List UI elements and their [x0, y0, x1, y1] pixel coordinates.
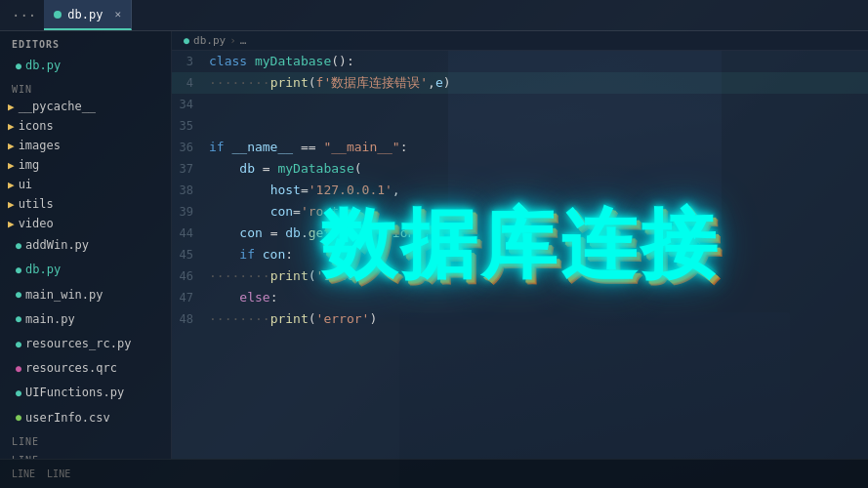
line-content-45: if con: — [209, 244, 868, 265]
folder-icon: ▶ — [8, 218, 15, 230]
sidebar-file-mainwin[interactable]: ● main_win.py — [0, 283, 171, 307]
tab-db-py[interactable]: db.py ✕ — [44, 0, 132, 30]
sidebar-userinfo-label: userInfo.csv — [25, 409, 110, 427]
sidebar: EDITORS ● db.py WIN ▶ __pycache__ ▶ icon… — [0, 31, 172, 459]
folder-images-label: images — [19, 139, 61, 152]
sidebar-file-db[interactable]: ● db.py — [0, 258, 171, 282]
tab-bar: ··· db.py ✕ — [0, 0, 868, 31]
line-num-3: 3 — [172, 51, 209, 72]
sidebar-db-label: db.py — [25, 261, 61, 279]
line-content-36: if __name__ == "__main__": — [209, 137, 868, 158]
sidebar-folder-img[interactable]: ▶ img — [0, 155, 171, 175]
sidebar-folder-ui[interactable]: ▶ ui — [0, 175, 171, 194]
tab-py-icon — [54, 11, 62, 19]
folder-icons-label: icons — [19, 119, 54, 133]
tab-db-py-label: db.py — [67, 8, 103, 21]
folder-icon: ▶ — [8, 179, 15, 191]
code-line-47: 47 else: — [172, 287, 868, 308]
sidebar-file-resources-rc[interactable]: ● resources_rc.py — [0, 332, 171, 356]
code-line-48: 48 ········print('error') — [172, 308, 868, 330]
code-line-3: 3 class myDatabase(): — [172, 51, 868, 72]
tab-close-icon[interactable]: ✕ — [114, 8, 121, 20]
folder-pycache-label: __pycache__ — [19, 100, 96, 113]
line-content-4: ········print(f'数据库连接错误',e) — [209, 72, 868, 94]
py-icon: ● — [16, 337, 21, 352]
sidebar-file-uifunctions[interactable]: ● UIFunctions.py — [0, 381, 171, 405]
line-content-3: class myDatabase(): — [209, 51, 868, 72]
py-icon: ● — [16, 238, 21, 254]
sidebar-mainwin-label: main_win.py — [25, 286, 103, 305]
sidebar-file-resources-qrc[interactable]: ● resources.qrc — [0, 356, 171, 381]
sidebar-resources-rc-label: resources_rc.py — [25, 335, 131, 353]
line-num-39: 39 — [172, 201, 209, 223]
line-content-44: con = db.get_connection() — [209, 223, 868, 244]
bottom-item-1: LINE — [12, 468, 35, 479]
sidebar-main-label: main.py — [25, 310, 75, 329]
editor-area: ● db.py › … 3 class myDatabase(): 4 ····… — [172, 31, 868, 459]
code-line-35: 35 — [172, 115, 868, 137]
breadcrumb-context: … — [240, 34, 247, 47]
bottom-line-1: LINE — [0, 430, 171, 449]
py-icon: ● — [16, 287, 21, 303]
sidebar-file-main[interactable]: ● main.py — [0, 307, 171, 332]
code-line-36: 36 if __name__ == "__main__": — [172, 137, 868, 158]
sidebar-file-db-py-active[interactable]: ● db.py — [0, 54, 171, 78]
py-icon: ● — [16, 263, 21, 278]
breadcrumb-file: db.py — [193, 34, 226, 47]
folder-icon: ▶ — [8, 140, 15, 152]
breadcrumb-py-icon: ● — [184, 35, 189, 46]
sidebar-uifunctions-label: UIFunctions.py — [25, 384, 124, 402]
folder-utils-label: utils — [19, 197, 54, 211]
folder-video-label: video — [19, 217, 54, 230]
tab-more-button[interactable]: ··· — [4, 8, 44, 23]
sidebar-db-py-label: db.py — [25, 57, 61, 75]
line-content-47: else: — [209, 287, 868, 308]
win-section-title: WIN — [0, 78, 171, 97]
sidebar-folder-images[interactable]: ▶ images — [0, 136, 171, 155]
sidebar-folder-video[interactable]: ▶ video — [0, 214, 171, 233]
line-num-38: 38 — [172, 180, 209, 201]
breadcrumb: ● db.py › … — [172, 31, 868, 51]
code-editor[interactable]: 3 class myDatabase(): 4 ········print(f'… — [172, 51, 868, 459]
line-num-37: 37 — [172, 158, 209, 180]
sidebar-folder-utils[interactable]: ▶ utils — [0, 194, 171, 214]
bottom-bar: LINE LINE — [0, 459, 868, 488]
bottom-item-2: LINE — [47, 468, 70, 479]
code-line-44: 44 con = db.get_connection() — [172, 223, 868, 244]
folder-icon: ▶ — [8, 120, 15, 133]
sidebar-file-userinfo[interactable]: ● userInfo.csv — [0, 406, 171, 430]
line-num-35: 35 — [172, 115, 209, 137]
folder-icon: ▶ — [8, 198, 15, 211]
line-content-37: db = myDatabase( — [209, 158, 868, 180]
code-line-45: 45 if con: — [172, 244, 868, 265]
qrc-icon: ● — [16, 361, 21, 377]
line-content-46: ········print('succ') — [209, 265, 868, 287]
py-icon: ● — [16, 59, 21, 74]
code-line-37: 37 db = myDatabase( — [172, 158, 868, 180]
folder-ui-label: ui — [19, 178, 32, 191]
sidebar-addwin-label: addWin.py — [25, 236, 89, 255]
code-line-39: 39 con='root' — [172, 201, 868, 223]
sidebar-file-addwin[interactable]: ● addWin.py — [0, 233, 171, 258]
line-num-45: 45 — [172, 244, 209, 265]
ide-body: EDITORS ● db.py WIN ▶ __pycache__ ▶ icon… — [0, 31, 868, 459]
sidebar-resources-qrc-label: resources.qrc — [25, 359, 117, 378]
py-icon: ● — [16, 386, 21, 401]
bottom-line-2: LINE — [0, 449, 171, 459]
code-line-46: 46 ········print('succ') — [172, 265, 868, 287]
line-content-39: con='root' — [209, 201, 868, 223]
code-line-38: 38 host='127.0.0.1', — [172, 180, 868, 201]
folder-icon: ▶ — [8, 159, 15, 172]
breadcrumb-sep: › — [229, 34, 236, 47]
ide-container: ··· db.py ✕ EDITORS ● db.py WIN ▶ __pyca… — [0, 0, 868, 488]
editors-section-title: EDITORS — [0, 31, 171, 54]
py-icon: ● — [16, 311, 21, 327]
code-line-34: 34 — [172, 94, 868, 115]
sidebar-folder-pycache[interactable]: ▶ __pycache__ — [0, 97, 171, 116]
line-num-48: 48 — [172, 308, 209, 330]
line-num-34: 34 — [172, 94, 209, 115]
code-line-4: 4 ········print(f'数据库连接错误',e) — [172, 72, 868, 94]
line-content-38: host='127.0.0.1', — [209, 180, 868, 201]
line-num-44: 44 — [172, 223, 209, 244]
sidebar-folder-icons[interactable]: ▶ icons — [0, 116, 171, 136]
